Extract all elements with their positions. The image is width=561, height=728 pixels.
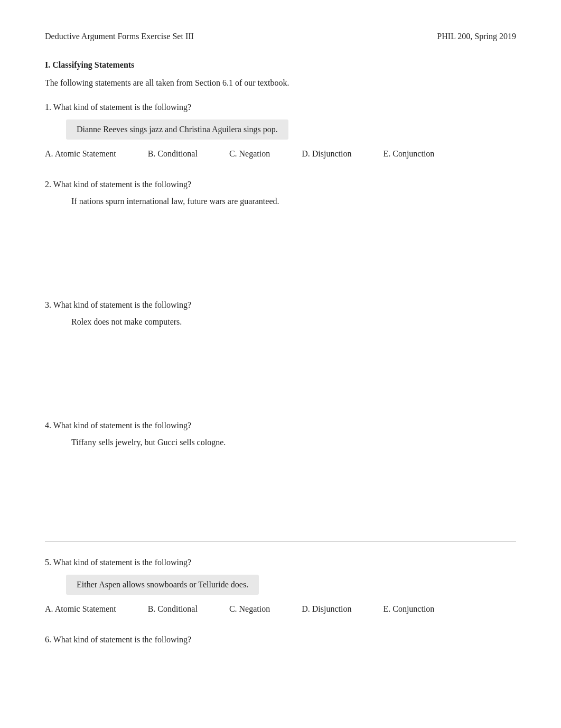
- answer-1-d: D. Disjunction: [302, 149, 351, 159]
- question-1-number: 1.: [45, 103, 51, 112]
- question-2-prompt: What kind of statement is the following?: [53, 180, 191, 189]
- question-3-spacer: [45, 336, 516, 400]
- document-title: Deductive Argument Forms Exercise Set II…: [45, 32, 194, 41]
- question-3-prompt: What kind of statement is the following?: [53, 300, 191, 309]
- question-6-prompt: What kind of statement is the following?: [53, 635, 191, 644]
- question-2-spacer: [45, 216, 516, 279]
- question-5-answers: A. Atomic Statement B. Conditional C. Ne…: [45, 604, 516, 614]
- answer-5-e: E. Conjunction: [383, 604, 434, 614]
- question-3-label: 3. What kind of statement is the followi…: [45, 300, 516, 310]
- answer-5-b: B. Conditional: [148, 604, 198, 614]
- intro-text: The following statements are all taken f…: [45, 78, 516, 88]
- question-5-label: 5. What kind of statement is the followi…: [45, 558, 516, 567]
- question-4-spacer: [45, 457, 516, 520]
- question-4-label: 4. What kind of statement is the followi…: [45, 421, 516, 430]
- answer-1-b: B. Conditional: [148, 149, 198, 159]
- question-1-label: 1. What kind of statement is the followi…: [45, 103, 516, 112]
- section-title: I. Classifying Statements: [45, 60, 516, 70]
- question-1-answers: A. Atomic Statement B. Conditional C. Ne…: [45, 149, 516, 159]
- answer-5-a: A. Atomic Statement: [45, 604, 116, 614]
- answer-5-d: D. Disjunction: [302, 604, 351, 614]
- question-2-number: 2.: [45, 180, 51, 189]
- question-3-statement: Rolex does not make computers.: [71, 317, 516, 327]
- page-divider: [45, 541, 516, 542]
- question-6-number: 6.: [45, 635, 51, 644]
- question-1-statement: Dianne Reeves sings jazz and Christina A…: [66, 119, 288, 140]
- question-2-label: 2. What kind of statement is the followi…: [45, 180, 516, 189]
- question-2: 2. What kind of statement is the followi…: [45, 180, 516, 279]
- answer-1-e: E. Conjunction: [383, 149, 434, 159]
- answer-1-a: A. Atomic Statement: [45, 149, 116, 159]
- question-5: 5. What kind of statement is the followi…: [45, 558, 516, 614]
- answer-5-c: C. Negation: [229, 604, 270, 614]
- question-6-label: 6. What kind of statement is the followi…: [45, 635, 516, 644]
- question-4: 4. What kind of statement is the followi…: [45, 421, 516, 520]
- question-3-number: 3.: [45, 300, 51, 309]
- answer-1-c: C. Negation: [229, 149, 270, 159]
- question-1: 1. What kind of statement is the followi…: [45, 103, 516, 159]
- question-3: 3. What kind of statement is the followi…: [45, 300, 516, 400]
- page-header: Deductive Argument Forms Exercise Set II…: [45, 32, 516, 41]
- question-4-prompt: What kind of statement is the following?: [53, 421, 191, 430]
- question-4-statement: Tiffany sells jewelry, but Gucci sells c…: [71, 438, 516, 447]
- question-5-statement: Either Aspen allows snowboards or Tellur…: [66, 575, 259, 595]
- question-5-number: 5.: [45, 558, 51, 567]
- question-2-statement: If nations spurn international law, futu…: [71, 197, 516, 206]
- question-1-prompt: What kind of statement is the following?: [53, 103, 191, 112]
- question-4-number: 4.: [45, 421, 51, 430]
- question-6: 6. What kind of statement is the followi…: [45, 635, 516, 644]
- question-5-prompt: What kind of statement is the following?: [53, 558, 191, 567]
- course-info: PHIL 200, Spring 2019: [437, 32, 516, 41]
